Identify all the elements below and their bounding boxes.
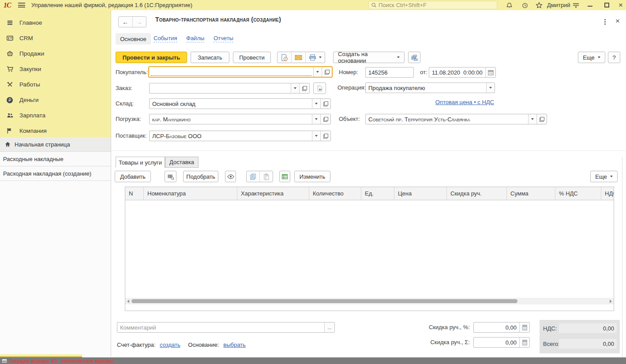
open-button[interactable] bbox=[320, 99, 330, 109]
loading-label: Погрузка: bbox=[116, 114, 141, 124]
window-close-button[interactable]: × bbox=[619, 0, 623, 10]
discount-percent-input[interactable]: 0,00 bbox=[473, 322, 530, 333]
comment-input[interactable]: Комментарий ... bbox=[117, 322, 335, 333]
open-button[interactable] bbox=[320, 131, 330, 141]
sidebar-item-zarplata[interactable]: Зарплата bbox=[0, 108, 111, 123]
sidebar-item-zakupki[interactable]: Закупки bbox=[0, 61, 111, 77]
calculator-button[interactable] bbox=[519, 323, 529, 332]
copy-rows-icon[interactable] bbox=[247, 171, 259, 182]
column-header: Цена bbox=[394, 187, 447, 200]
open-button[interactable] bbox=[320, 114, 330, 124]
tab-tovary-i-uslugi[interactable]: Товары и услуги bbox=[116, 157, 165, 168]
save-button[interactable]: Записать bbox=[191, 52, 229, 63]
dropdown-button[interactable] bbox=[313, 67, 322, 77]
items-more-button[interactable]: Еще bbox=[590, 171, 618, 182]
tools-icon bbox=[6, 81, 15, 88]
help-button[interactable]: ? bbox=[608, 52, 620, 63]
tab-osnovnoe[interactable]: Основное bbox=[116, 33, 151, 45]
fill-from-order-button[interactable] bbox=[313, 83, 326, 94]
print-icon[interactable] bbox=[306, 52, 325, 63]
dropdown-button[interactable] bbox=[312, 131, 320, 141]
dropdown-button[interactable] bbox=[312, 99, 320, 109]
more-button[interactable]: Еще bbox=[578, 52, 605, 63]
order-input[interactable] bbox=[149, 83, 310, 94]
calendar-button[interactable] bbox=[485, 68, 495, 77]
post-and-close-button[interactable]: Провести и закрыть bbox=[116, 52, 187, 63]
sidebar-item-label: Продажи bbox=[19, 50, 44, 57]
calculator-button[interactable] bbox=[519, 338, 529, 347]
email-envelope-icon[interactable] bbox=[292, 52, 305, 63]
dropdown-button[interactable] bbox=[486, 83, 495, 93]
column-header: Сумма bbox=[507, 187, 555, 200]
scroll-left-arrow[interactable] bbox=[127, 300, 129, 303]
barcode-scan-button[interactable] bbox=[165, 171, 176, 182]
window-tab-home[interactable]: Начальная страница bbox=[0, 137, 111, 152]
post-button[interactable]: Провести bbox=[233, 52, 271, 63]
warehouse-input[interactable]: Основной склад bbox=[149, 98, 331, 109]
form-close-icon[interactable]: × bbox=[615, 17, 620, 26]
tab-faily[interactable]: Файлы bbox=[186, 35, 204, 42]
open-button[interactable] bbox=[536, 114, 547, 124]
open-button[interactable] bbox=[322, 67, 332, 77]
invoice-create-link[interactable]: создать bbox=[160, 341, 180, 348]
form-menu-kebab-icon[interactable] bbox=[604, 19, 606, 20]
add-row-button[interactable]: Добавить bbox=[115, 171, 151, 182]
horizontal-scrollbar[interactable] bbox=[125, 298, 614, 304]
discount-sum-input[interactable]: 0,00 bbox=[473, 337, 530, 348]
dropdown-button[interactable] bbox=[528, 114, 536, 124]
tab-sobytiya[interactable]: События bbox=[154, 35, 177, 42]
scrollbar-thumb[interactable] bbox=[131, 299, 517, 303]
window-minimize-button[interactable] bbox=[588, 6, 592, 7]
open-icon bbox=[540, 117, 544, 122]
date-input[interactable]: 11.08.2020 0:00:00 bbox=[429, 67, 496, 78]
price-table-button[interactable] bbox=[279, 171, 290, 182]
forward-button[interactable]: → bbox=[133, 17, 146, 27]
back-button[interactable]: ← bbox=[119, 17, 132, 27]
dropdown-button[interactable] bbox=[312, 114, 320, 124]
sidebar-item-crm[interactable]: CRM bbox=[0, 30, 111, 46]
window-tab-expense-invoices[interactable]: Расходные накладные bbox=[0, 152, 111, 166]
current-user[interactable]: Дмитрий bbox=[547, 2, 570, 8]
dropdown-button[interactable] bbox=[291, 83, 299, 93]
supplier-input[interactable]: ЛСР-Базовые ООО bbox=[149, 131, 331, 141]
main-menu-icon[interactable] bbox=[18, 3, 25, 8]
sidebar-item-dengi[interactable]: ₽ Деньги bbox=[0, 92, 111, 108]
favorites-star-icon[interactable] bbox=[535, 1, 543, 9]
basis-select-link[interactable]: выбрать bbox=[223, 341, 246, 348]
price-type-link[interactable]: Оптовая цена • с НДС bbox=[435, 99, 494, 105]
notifications-bell-icon[interactable] bbox=[505, 1, 513, 9]
sidebar-item-prodazhi[interactable]: Продажи bbox=[0, 46, 111, 61]
paste-rows-icon[interactable] bbox=[260, 171, 273, 182]
sidebar-item-raboty[interactable]: Работы bbox=[0, 77, 111, 92]
column-header: % НДС bbox=[555, 187, 601, 200]
edit-row-button[interactable]: Изменить bbox=[294, 171, 330, 182]
sidebar-item-kompaniya[interactable]: Компания bbox=[0, 123, 111, 139]
comment-more-button[interactable]: ... bbox=[324, 323, 334, 332]
buyer-input[interactable] bbox=[148, 66, 333, 78]
pick-items-button[interactable]: Подобрать bbox=[183, 171, 218, 182]
view-button[interactable] bbox=[225, 171, 236, 182]
vat-value: 0,00 bbox=[559, 323, 617, 333]
tab-dostavka[interactable]: Доставка bbox=[165, 157, 199, 168]
operation-input[interactable]: Продажа покупателю bbox=[365, 83, 495, 93]
scroll-right-arrow[interactable] bbox=[610, 300, 612, 303]
create-on-basis-button[interactable]: Создать на основании bbox=[333, 52, 405, 63]
window-maximize-button[interactable] bbox=[604, 3, 609, 8]
history-icon[interactable] bbox=[521, 1, 529, 9]
number-input[interactable]: 145256 bbox=[365, 67, 414, 78]
window-tab-expense-invoice-new[interactable]: Расходная накладная (создание) bbox=[0, 166, 111, 181]
sidebar-item-label: CRM bbox=[19, 35, 33, 41]
loading-input[interactable]: кар. Манушкино bbox=[149, 114, 331, 124]
tab-otchety[interactable]: Отчеты bbox=[214, 35, 233, 42]
sidebar-item-glavnoe[interactable]: Главное bbox=[0, 15, 111, 30]
related-documents-button[interactable] bbox=[408, 52, 420, 63]
posting-document-icon[interactable] bbox=[277, 52, 291, 63]
items-table-body[interactable] bbox=[125, 200, 614, 298]
object-input[interactable]: Советский пр. Территория Усть-Славянка bbox=[365, 114, 547, 124]
price-type-row: Оптовая цена • с НДС bbox=[365, 99, 494, 105]
global-search-input[interactable]: Поиск Ctrl+Shift+F bbox=[368, 1, 497, 9]
home-icon bbox=[4, 141, 11, 147]
open-button[interactable] bbox=[299, 83, 309, 93]
sidebar-item-label: Компания bbox=[19, 128, 47, 134]
panels-menu-icon[interactable] bbox=[572, 1, 580, 9]
